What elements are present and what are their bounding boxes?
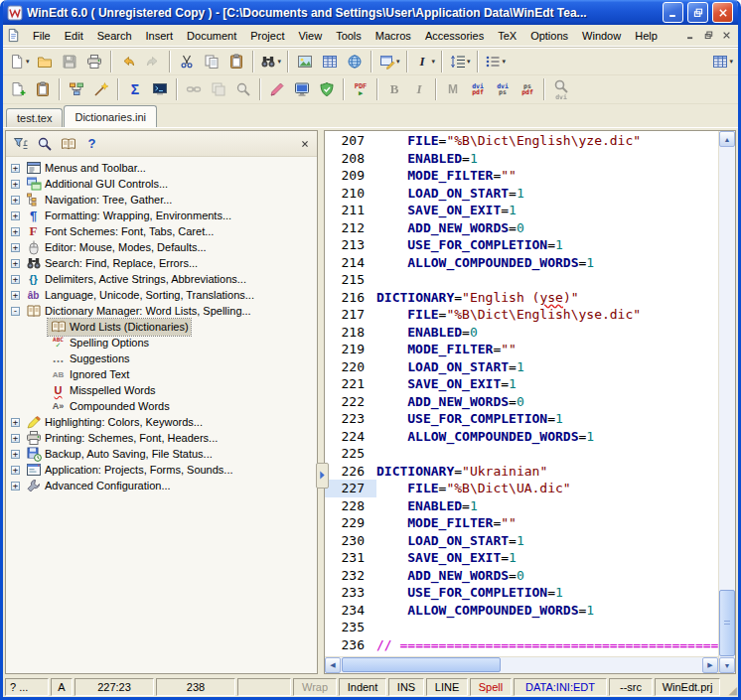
code-line-208[interactable]: 208ENABLED=1 [325,150,718,168]
print-button[interactable] [82,50,106,73]
code-line-227[interactable]: 227FILE="%B\Dict\UA.dic" [325,480,718,497]
tree-item-suggestions[interactable]: …Suggestions [6,350,317,366]
tree-item-formatting-wrapping-environments[interactable]: +¶Formatting: Wrapping, Environments... [6,208,317,223]
tree-item-ignored-text[interactable]: ABIgnored Text [6,366,317,382]
tree-item-misspelled-words[interactable]: UMisspelled Words [6,382,317,398]
dictionary-manager-button[interactable] [58,133,78,154]
tab-test-tex[interactable]: test.tex [6,108,63,127]
menu-tex[interactable]: TeX [491,27,523,45]
dvi-to-pdf-button[interactable]: dvipdf [466,77,490,101]
code-line-215[interactable]: 215 [325,271,718,289]
code-line-220[interactable]: 220LOAD_ON_START=1 [325,358,718,376]
minimize-button[interactable] [663,2,683,23]
insert-image-button[interactable] [293,50,317,73]
app-icon[interactable] [7,5,23,21]
list-tools-button[interactable]: ▾ [483,50,509,73]
code-line-230[interactable]: 230LOAD_ON_START=1 [325,532,718,550]
menu-project[interactable]: Project [243,27,291,45]
tree-item-menus-and-toolbar[interactable]: +Menus and Toolbar... [6,160,317,176]
vertical-scrollbar-thumb[interactable] [719,590,735,656]
horizontal-scroll-track[interactable] [341,657,702,673]
code-line-211[interactable]: 211SAVE_ON_EXIT=1 [325,202,718,219]
code-line-214[interactable]: 214ALLOW_COMPOUNDED_WORDS=1 [325,254,718,272]
code-line-217[interactable]: 217FILE="%B\Dict\English\yse.dic" [325,306,718,324]
code-line-219[interactable]: 219MODE_FILTER="" [325,341,718,358]
menu-tools[interactable]: Tools [329,27,369,45]
redo-button[interactable] [141,50,165,73]
code-line-228[interactable]: 228ENABLED=1 [325,497,718,515]
code-line-233[interactable]: 233USE_FOR_COMPLETION=1 [325,584,718,602]
new-from-template-button[interactable] [6,77,30,101]
panel-close-button[interactable] [296,135,313,152]
dvi-search-button[interactable]: dvi [549,77,573,101]
code-line-218[interactable]: 218ENABLED=0 [325,324,718,342]
insert-hyperlink-button[interactable] [343,50,367,73]
horizontal-scrollbar[interactable]: ◀ ▶ [325,656,718,673]
table-tools-button[interactable]: ▾ [709,50,735,73]
preview-screen-button[interactable] [290,77,314,101]
mdi-close-button[interactable] [718,28,735,43]
options-filter-button[interactable] [10,133,31,154]
status-indent[interactable]: Indent [339,678,386,696]
texify-pdf-button[interactable]: PDF▶ [349,77,372,101]
tree-expander[interactable]: + [11,180,20,189]
tree-expander[interactable]: + [11,211,20,220]
ps-to-pdf-button[interactable]: pspdf [516,77,539,101]
status-line[interactable]: LINE [426,678,468,696]
macro-console-button[interactable] [148,77,172,101]
bold-button[interactable]: B [382,77,406,101]
document-tree-button[interactable] [65,77,88,101]
menu-document[interactable]: Document [180,27,243,45]
document-icon[interactable] [6,28,23,44]
tab-dictionaries-ini[interactable]: Dictionaries.ini [64,105,157,127]
panel-splitter[interactable] [318,128,324,676]
line-spacing-button[interactable]: ▾ [447,50,473,73]
code-area[interactable]: 207FILE="%B\Dict\English\yze.dic"208ENAB… [325,131,718,656]
menu-search[interactable]: Search [90,27,139,45]
help-button[interactable]: ? [81,133,102,154]
tree-expander[interactable]: + [11,275,20,284]
code-line-234[interactable]: 234ALLOW_COMPOUNDED_WORDS=1 [325,602,718,620]
mdi-minimize-button[interactable] [682,28,699,43]
code-line-226[interactable]: 226DICTIONARY="Ukrainian" [325,463,718,481]
vertical-scrollbar[interactable]: ▲ ▼ [718,131,735,673]
horizontal-scrollbar-thumb[interactable] [342,657,501,672]
mdi-restore-button[interactable] [700,28,717,43]
menu-window[interactable]: Window [575,27,628,45]
code-line-209[interactable]: 209MODE_FILTER="" [325,167,718,185]
zoom-button[interactable] [231,77,255,101]
resize-grip[interactable]: ◢ [722,678,737,696]
menu-view[interactable]: View [291,27,329,45]
panel-collapse-button[interactable] [316,463,329,489]
code-line-212[interactable]: 212ADD_NEW_WORDS=0 [325,219,718,237]
tree-expander[interactable]: + [11,291,20,300]
tree-expander[interactable]: - [11,307,20,316]
tree-item-additional-gui-controls[interactable]: +Additional GUI Controls... [6,176,317,192]
tree-item-compounded-words[interactable]: A»Compounded Words [6,398,317,414]
code-line-213[interactable]: 213USE_FOR_COMPLETION=1 [325,236,718,254]
tree-item-word-lists-dictionaries[interactable]: Word Lists (Dictionaries) [6,319,317,335]
tree-item-language-unicode-sorting-translations[interactable]: +âbLanguage, Unicode, Sorting, Translati… [6,287,317,303]
tree-expander[interactable]: + [11,434,20,443]
tree-expander[interactable]: + [11,259,20,268]
save-file-button[interactable] [58,50,81,73]
code-line-222[interactable]: 222ADD_NEW_WORDS=0 [325,393,718,411]
options-interface-button[interactable] [89,77,113,101]
safety-options-button[interactable] [315,77,339,101]
text-style-button[interactable]: I▾ [412,50,438,73]
clipboard-button[interactable] [31,77,55,101]
code-line-221[interactable]: 221SAVE_ON_EXIT=1 [325,375,718,393]
tree-item-highlighting-colors-keywords[interactable]: +Highlighting: Colors, Keywords... [6,414,317,430]
paste-button[interactable] [224,50,248,73]
menu-file[interactable]: File [26,27,58,45]
status-spell[interactable]: Spell [470,678,512,696]
find-button[interactable]: ▾ [258,50,284,73]
open-file-button[interactable] [33,50,57,73]
code-line-235[interactable]: 235 [325,619,718,636]
tree-item-backup-auto-saving-file-status[interactable]: +Backup, Auto Saving, File Status... [6,446,317,462]
tree-item-search-find-replace-errors[interactable]: +Search: Find, Replace, Errors... [6,255,317,271]
tree-item-navigation-tree-gather[interactable]: +Navigation: Tree, Gather... [6,192,317,208]
tree-expander[interactable]: + [11,196,20,205]
code-line-224[interactable]: 224ALLOW_COMPOUNDED_WORDS=1 [325,428,718,446]
summation-button[interactable]: Σ [123,77,147,101]
